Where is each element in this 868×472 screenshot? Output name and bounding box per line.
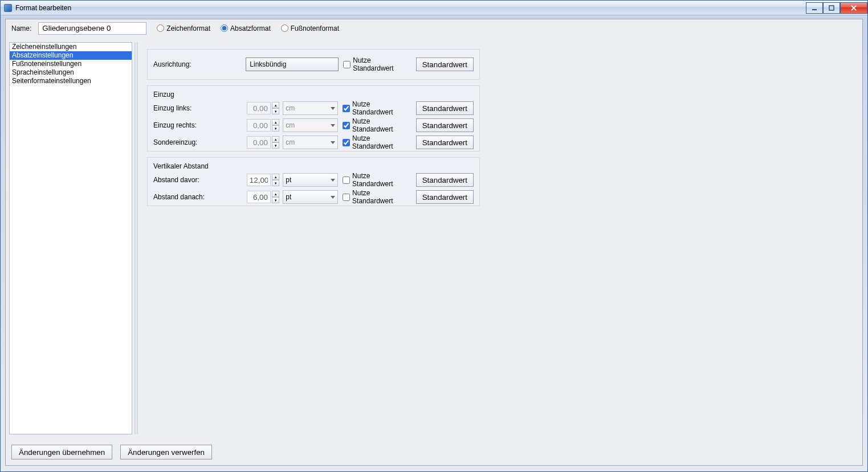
unit-select[interactable]: pt (283, 190, 338, 204)
stepper[interactable]: ▲▼ (272, 174, 280, 186)
std-button[interactable]: Standardwert (416, 101, 474, 115)
use-std-checkbox[interactable]: Nutze Standardwert (343, 100, 410, 116)
middle-area: ZeicheneinstellungenAbsatzeinstellungenF… (6, 40, 862, 437)
indent-group: Einzug Einzug links:▲▼cm Nutze Standardw… (147, 85, 480, 151)
setting-row: Einzug links:▲▼cm Nutze StandardwertStan… (148, 100, 479, 117)
discard-button[interactable]: Änderungen verwerfen (120, 445, 212, 459)
setting-row: Sondereinzug:▲▼cm Nutze StandardwertStan… (148, 134, 479, 151)
step-up-icon: ▲ (272, 136, 280, 142)
step-up-icon: ▲ (272, 102, 280, 108)
std-button[interactable]: Standardwert (416, 118, 474, 132)
radio-zeichenformat-label: Zeichenformat (166, 24, 210, 32)
unit-select: cm (283, 118, 338, 132)
vspace-group: Vertikaler Abstand Abstand davor:▲▼pt Nu… (147, 157, 480, 206)
value-input[interactable] (247, 191, 271, 203)
name-input[interactable] (38, 22, 146, 35)
use-std-checkbox[interactable]: Nutze Standardwert (343, 117, 410, 133)
sidebar-item[interactable]: Fußnoteneinstellungen (10, 60, 132, 68)
setting-label: Abstand davor: (153, 176, 247, 184)
sidebar-item[interactable]: Spracheinstellungen (10, 68, 132, 77)
step-down-icon: ▼ (272, 108, 280, 114)
svg-rect-0 (812, 9, 817, 10)
app-icon (4, 4, 12, 12)
radio-absatzformat-label: Absatzformat (230, 24, 271, 32)
setting-label: Sondereinzug: (153, 138, 247, 146)
radio-absatzformat[interactable]: Absatzformat (221, 24, 271, 32)
setting-row: Einzug rechts:▲▼cm Nutze StandardwertSta… (148, 117, 479, 134)
maximize-button[interactable] (823, 2, 840, 14)
chevron-down-icon (331, 196, 335, 199)
step-up-icon[interactable]: ▲ (272, 174, 280, 180)
use-std-label: Nutze Standardwert (352, 134, 410, 150)
sidebar-item[interactable]: Seitenformateinstellungen (10, 77, 132, 85)
alignment-label: Ausrichtung: (153, 60, 246, 68)
use-std-label: Nutze Standardwert (352, 100, 410, 116)
unit-value: pt (286, 193, 291, 201)
chevron-down-icon (331, 107, 335, 110)
stepper: ▲▼ (272, 136, 280, 149)
alignment-use-std-label: Nutze Standardwert (353, 56, 410, 72)
alignment-use-std[interactable]: Nutze Standardwert (343, 56, 410, 72)
step-down-icon[interactable]: ▼ (272, 180, 280, 186)
setting-label: Abstand danach: (153, 193, 247, 201)
value-input (247, 102, 271, 114)
unit-value: pt (286, 176, 291, 184)
window: Format bearbeiten Name: Zeichenformat Ab… (0, 0, 868, 472)
step-down-icon[interactable]: ▼ (272, 197, 280, 203)
alignment-group: Ausrichtung: Linksbündig Nutze Standardw… (147, 49, 480, 80)
unit-select[interactable]: pt (283, 173, 338, 187)
unit-value: cm (286, 138, 295, 146)
setting-label: Einzug rechts: (153, 121, 247, 129)
use-std-checkbox[interactable]: Nutze Standardwert (343, 189, 410, 205)
use-std-checkbox[interactable]: Nutze Standardwert (343, 134, 410, 150)
chevron-down-icon (331, 141, 335, 144)
std-button[interactable]: Standardwert (416, 136, 474, 149)
unit-select: cm (283, 136, 338, 149)
use-std-label: Nutze Standardwert (352, 172, 410, 188)
vspace-heading: Vertikaler Abstand (148, 158, 479, 171)
apply-button[interactable]: Änderungen übernehmen (11, 445, 112, 459)
window-title: Format bearbeiten (15, 4, 71, 12)
sidebar-item[interactable]: Absatzeinstellungen (10, 51, 132, 60)
sidebar[interactable]: ZeicheneinstellungenAbsatzeinstellungenF… (9, 42, 132, 434)
top-row: Name: Zeichenformat Absatzformat Fußnote… (6, 19, 862, 38)
svg-rect-1 (829, 6, 834, 10)
chevron-down-icon (331, 124, 335, 127)
stepper[interactable]: ▲▼ (272, 191, 280, 203)
std-button[interactable]: Standardwert (416, 190, 474, 204)
stepper: ▲▼ (272, 119, 280, 132)
unit-value: cm (286, 104, 295, 112)
use-std-label: Nutze Standardwert (352, 117, 410, 133)
alignment-value: Linksbündig (250, 60, 286, 68)
unit-select: cm (283, 101, 338, 115)
titlebar: Format bearbeiten (1, 1, 867, 15)
setting-row: Abstand davor:▲▼pt Nutze StandardwertSta… (148, 171, 479, 188)
step-down-icon: ▼ (272, 125, 280, 132)
sidebar-item[interactable]: Zeicheneinstellungen (10, 43, 132, 51)
std-button[interactable]: Standardwert (416, 173, 474, 187)
setting-label: Einzug links: (153, 104, 247, 112)
bottom-bar: Änderungen übernehmen Änderungen verwerf… (6, 439, 862, 465)
step-down-icon: ▼ (272, 142, 280, 149)
chevron-down-icon (331, 179, 335, 182)
radio-fussnotenformat-label: Fußnotenformat (291, 24, 339, 32)
indent-heading: Einzug (148, 86, 479, 100)
radio-fussnotenformat[interactable]: Fußnotenformat (281, 24, 339, 32)
settings-panel: Ausrichtung: Linksbündig Nutze Standardw… (138, 40, 862, 437)
alignment-select[interactable]: Linksbündig (246, 58, 339, 71)
setting-row: Abstand danach:▲▼pt Nutze StandardwertSt… (148, 188, 479, 206)
unit-value: cm (286, 121, 295, 129)
step-up-icon: ▲ (272, 119, 280, 125)
step-up-icon[interactable]: ▲ (272, 191, 280, 197)
value-input[interactable] (247, 174, 271, 186)
minimize-button[interactable] (806, 2, 823, 14)
client-area: Name: Zeichenformat Absatzformat Fußnote… (5, 19, 863, 466)
radio-zeichenformat[interactable]: Zeichenformat (157, 24, 210, 32)
close-button[interactable] (840, 2, 867, 14)
value-input (247, 136, 271, 149)
alignment-std-button[interactable]: Standardwert (416, 58, 474, 71)
name-label: Name: (11, 24, 31, 32)
use-std-label: Nutze Standardwert (352, 189, 410, 205)
use-std-checkbox[interactable]: Nutze Standardwert (343, 172, 410, 188)
value-input (247, 119, 271, 132)
